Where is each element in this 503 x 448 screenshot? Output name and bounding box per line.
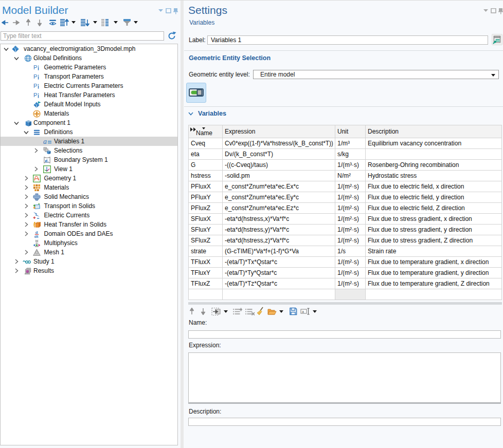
svg-text:a: a	[43, 138, 47, 145]
svg-text:a: a	[302, 310, 304, 313]
svg-text:P: P	[33, 83, 37, 89]
svg-text:P: P	[33, 92, 37, 98]
svg-text:dt: dt	[34, 234, 38, 238]
svg-text:P: P	[33, 64, 37, 70]
svg-text:P: P	[33, 73, 37, 80]
